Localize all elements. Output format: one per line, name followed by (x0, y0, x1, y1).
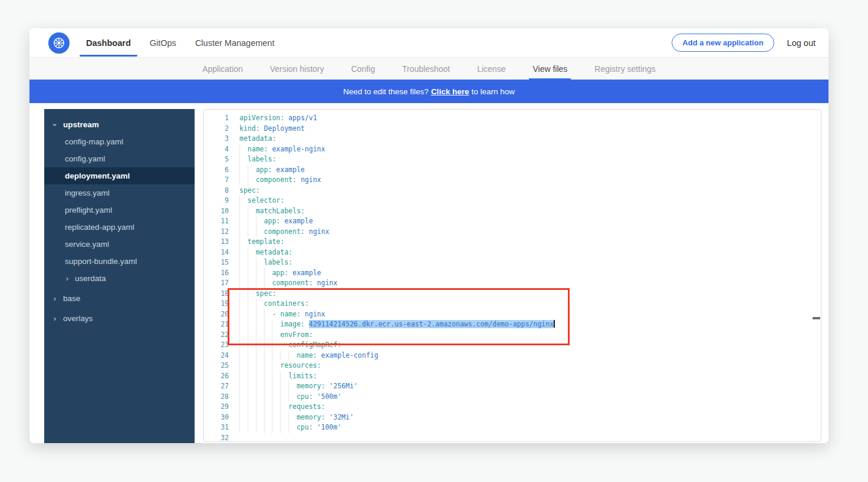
code-line[interactable]: 29requests: (204, 402, 821, 412)
nav-item-gitops[interactable]: GitOps (143, 28, 183, 58)
code-line[interactable]: 22envFrom: (204, 330, 821, 341)
primary-nav-items: DashboardGitOpsCluster Management (77, 28, 284, 58)
tree-item-service-yaml[interactable]: service.yaml (44, 236, 195, 253)
line-number: 19 (204, 299, 229, 309)
code-line[interactable]: 4name: example-nginx (204, 144, 821, 155)
tree-item-replicated-app-yaml[interactable]: replicated-app.yaml (44, 219, 195, 236)
nav-item-cluster-management[interactable]: Cluster Management (189, 28, 281, 58)
code-text: name: example-config (239, 351, 378, 361)
tab-license[interactable]: License (477, 58, 505, 80)
code-line[interactable]: 30memory: '32Mi' (204, 412, 821, 423)
edit-files-banner: Need to edit these files? Click here to … (29, 80, 828, 103)
code-line[interactable]: 3metadata: (204, 134, 821, 144)
text-cursor (554, 320, 555, 328)
code-text: component: nginx (239, 175, 321, 186)
add-application-button[interactable]: Add a new application (672, 34, 774, 52)
code-line[interactable]: 6app: example (204, 165, 821, 176)
line-number: 5 (204, 154, 229, 165)
code-line[interactable]: 21image: 429114214526.dkr.ecr.us-east-2.… (204, 319, 821, 330)
line-number: 28 (204, 392, 229, 402)
code-line[interactable]: 2kind: Deployment (204, 124, 821, 134)
code-line[interactable]: 20- name: nginx (204, 309, 821, 320)
code-text: cpu: '500m' (239, 392, 341, 402)
code-line[interactable]: 11app: example (204, 216, 821, 227)
code-text: spec: (239, 186, 260, 196)
nav-item-dashboard[interactable]: Dashboard (80, 28, 137, 58)
tab-application[interactable]: Application (202, 58, 243, 80)
code-line[interactable]: 8spec: (204, 186, 821, 196)
code-line[interactable]: 28cpu: '500m' (204, 392, 821, 402)
line-number: 11 (204, 216, 229, 227)
banner-click-here-link[interactable]: Click here (431, 87, 469, 96)
tree-item-label: replicated-app.yaml (65, 223, 134, 232)
code-text: selector: (239, 196, 284, 206)
tree-item-preflight-yaml[interactable]: preflight.yaml (44, 202, 195, 219)
code-line[interactable]: 16app: example (204, 268, 821, 279)
code-text: resources: (239, 361, 321, 371)
tree-item-config-map-yaml[interactable]: config-map.yaml (44, 133, 195, 150)
app-tabs: ApplicationVersion historyConfigTroubles… (29, 58, 828, 80)
banner-text-prefix: Need to edit these files? (343, 87, 429, 96)
code-text: image: 429114214526.dkr.ecr.us-east-2.am… (239, 319, 555, 330)
tab-version-history[interactable]: Version history (270, 58, 324, 80)
tree-item-label: overlays (63, 314, 93, 323)
code-line[interactable]: 26limits: (204, 371, 821, 382)
code-text: apiVersion: apps/v1 (239, 113, 317, 124)
code-text: name: example-nginx (239, 144, 325, 155)
code-line[interactable]: 15labels: (204, 257, 821, 268)
tree-item-label: service.yaml (65, 240, 109, 249)
tab-troubleshoot[interactable]: Troubleshoot (402, 58, 450, 80)
chevron-right-icon: › (51, 296, 58, 302)
logout-link[interactable]: Log out (787, 38, 816, 48)
line-number: 24 (204, 351, 229, 361)
tree-item-ingress-yaml[interactable]: ingress.yaml (44, 184, 195, 202)
code-text: - configMapRef: (239, 340, 341, 351)
code-line[interactable]: 17component: nginx (204, 278, 821, 289)
tab-view-files[interactable]: View files (532, 58, 567, 80)
banner-text-suffix: to learn how (471, 87, 515, 96)
tree-item-config-yaml[interactable]: config.yaml (44, 150, 195, 167)
yaml-editor[interactable]: 1apiVersion: apps/v12kind: Deployment3me… (203, 109, 821, 442)
code-text: matchLabels: (239, 206, 305, 217)
code-line[interactable]: 14metadata: (204, 247, 821, 258)
code-line[interactable]: 1apiVersion: apps/v1 (204, 113, 821, 124)
code-line[interactable]: 10matchLabels: (204, 206, 821, 217)
line-number: 12 (204, 227, 229, 237)
tree-item-support-bundle-yaml[interactable]: support-bundle.yaml (44, 253, 195, 270)
tree-item-deployment-yaml[interactable]: deployment.yaml (44, 167, 195, 184)
line-number: 4 (204, 144, 229, 155)
line-number: 1 (204, 113, 229, 124)
code-text: kind: Deployment (239, 124, 305, 134)
code-line[interactable]: 31cpu: '100m' (204, 422, 821, 433)
code-line[interactable]: 25resources: (204, 361, 821, 371)
line-number: 23 (204, 340, 229, 351)
tree-item-base[interactable]: ›base (44, 290, 195, 307)
line-number: 30 (204, 412, 229, 423)
code-area[interactable]: 1apiVersion: apps/v12kind: Deployment3me… (204, 110, 821, 441)
code-line[interactable]: 12component: nginx (204, 227, 821, 237)
code-text: requests: (239, 402, 325, 412)
code-line[interactable]: 7component: nginx (204, 175, 821, 186)
tree-item-upstream[interactable]: ›upstream (44, 116, 195, 133)
code-line[interactable]: 19containers: (204, 299, 821, 309)
tab-registry-settings[interactable]: Registry settings (594, 58, 655, 80)
code-line[interactable]: 5labels: (204, 154, 821, 165)
line-number: 9 (204, 196, 229, 206)
tree-item-overlays[interactable]: ›overlays (44, 310, 195, 327)
tree-item-userdata[interactable]: ›userdata (44, 270, 195, 287)
code-line[interactable]: 23- configMapRef: (204, 340, 821, 351)
chevron-right-icon: › (51, 316, 58, 322)
code-line[interactable]: 24name: example-config (204, 351, 821, 361)
top-nav: DashboardGitOpsCluster Management Add a … (29, 28, 828, 58)
code-line[interactable]: 32 (204, 433, 821, 443)
tab-config[interactable]: Config (351, 58, 375, 80)
code-line[interactable]: 27memory: '256Mi' (204, 381, 821, 392)
view-files-content: ›upstreamconfig-map.yamlconfig.yamldeplo… (29, 109, 828, 443)
code-text: labels: (239, 257, 292, 268)
code-line[interactable]: 13template: (204, 237, 821, 247)
code-line[interactable]: 9selector: (204, 196, 821, 206)
code-text: containers: (239, 299, 309, 309)
chevron-down-icon: › (52, 121, 58, 128)
line-number: 21 (204, 319, 229, 330)
code-line[interactable]: 18spec: (204, 289, 821, 299)
